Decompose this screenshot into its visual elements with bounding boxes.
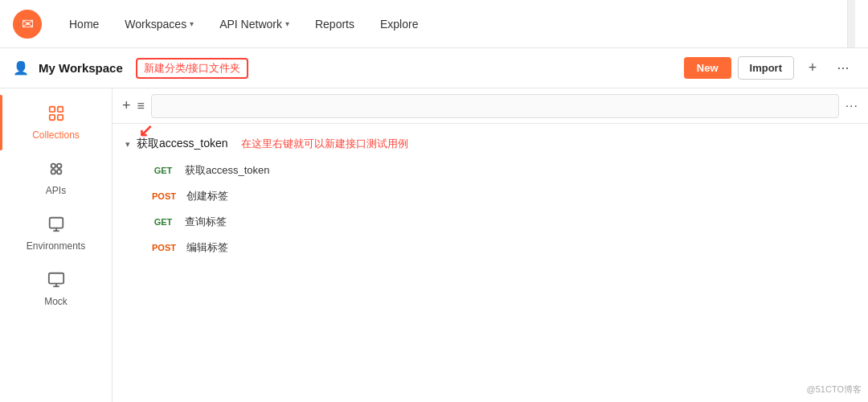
- sidebar-item-mock[interactable]: Mock: [0, 261, 112, 317]
- scrollbar: [847, 0, 855, 47]
- api-item-post-tag[interactable]: POST 创建标签: [119, 183, 862, 209]
- annotation-right-click: 在这里右键就可以新建接口测试用例: [241, 137, 408, 151]
- expand-chevron-icon: ▾: [125, 139, 130, 150]
- active-indicator: [0, 95, 2, 150]
- workspaces-chevron-icon: ▾: [190, 19, 194, 28]
- svg-rect-3: [57, 115, 62, 120]
- sidebar-item-collections[interactable]: Collections: [0, 95, 112, 150]
- api-item-name: 获取access_token: [185, 163, 270, 178]
- watermark: @51CTO博客: [807, 384, 862, 396]
- method-get-badge: GET: [148, 165, 178, 176]
- collections-list: ▾ 获取access_token 在这里右键就可以新建接口测试用例 GET 获取…: [113, 124, 868, 402]
- content-area: + ≡ ··· ▾ 获取access_token 在这里右键就可以新建接口测试用…: [113, 88, 868, 402]
- method-post-badge: POST: [148, 191, 180, 202]
- sidebar: Collections APIs: [0, 88, 113, 402]
- filter-icon[interactable]: ≡: [137, 99, 145, 113]
- svg-rect-8: [49, 218, 63, 228]
- svg-rect-11: [48, 273, 63, 284]
- svg-rect-0: [49, 107, 54, 112]
- sidebar-mock-wrapper: Mock: [0, 261, 112, 317]
- nav-home[interactable]: Home: [58, 11, 110, 37]
- mock-icon: [47, 271, 65, 293]
- nav-api-network-label: API Network: [219, 18, 282, 31]
- plus-icon: +: [809, 59, 817, 76]
- collections-label: Collections: [32, 129, 80, 141]
- collection-name: 获取access_token: [137, 137, 228, 151]
- sidebar-environments-wrapper: Environments: [0, 206, 112, 261]
- nav-home-label: Home: [69, 18, 99, 31]
- api-network-chevron-icon: ▾: [285, 19, 289, 28]
- workspace-bar: 👤 My Workspace 新建分类/接口文件夹 New Import + ·…: [0, 48, 868, 88]
- collections-toolbar: + ≡ ···: [113, 88, 868, 124]
- add-collection-icon[interactable]: +: [122, 97, 131, 114]
- apis-icon: [47, 160, 65, 182]
- api-item-name: 查询标签: [185, 215, 227, 229]
- svg-rect-1: [57, 107, 62, 112]
- mock-label: Mock: [44, 296, 68, 307]
- workspace-title: My Workspace: [39, 61, 123, 75]
- workspace-person-icon: 👤: [13, 60, 29, 76]
- nav-reports[interactable]: Reports: [304, 11, 366, 37]
- more-dots-icon: ···: [837, 59, 849, 76]
- api-item-post-edit-tag[interactable]: POST 编辑标签: [119, 235, 862, 260]
- collection-header[interactable]: ▾ 获取access_token 在这里右键就可以新建接口测试用例: [119, 130, 862, 158]
- sidebar-item-apis[interactable]: APIs: [0, 150, 112, 206]
- more-options-button[interactable]: ···: [831, 56, 855, 80]
- api-item-name: 创建标签: [186, 189, 228, 203]
- sidebar-apis-wrapper: APIs: [0, 150, 112, 206]
- postman-logo-icon: ✉: [22, 15, 34, 33]
- sidebar-collections-wrapper: Collections: [0, 95, 112, 150]
- environments-icon: [47, 215, 65, 237]
- import-button[interactable]: Import: [738, 56, 794, 80]
- top-navigation: ✉ Home Workspaces ▾ API Network ▾ Report…: [0, 0, 868, 48]
- collection-group: ▾ 获取access_token 在这里右键就可以新建接口测试用例 GET 获取…: [113, 130, 868, 260]
- collections-more-icon[interactable]: ···: [845, 99, 858, 113]
- nav-reports-label: Reports: [315, 18, 354, 31]
- nav-api-network[interactable]: API Network ▾: [208, 11, 301, 37]
- annotation-new-folder: 新建分类/接口文件夹: [136, 58, 249, 79]
- svg-point-4: [51, 164, 55, 169]
- api-item-get-tags[interactable]: GET 查询标签: [119, 209, 862, 235]
- nav-workspaces[interactable]: Workspaces ▾: [113, 11, 205, 37]
- nav-workspaces-label: Workspaces: [125, 18, 186, 31]
- collections-icon: [47, 105, 65, 126]
- svg-point-6: [51, 170, 55, 174]
- method-get-badge: GET: [148, 216, 178, 228]
- environments-label: Environments: [27, 240, 85, 252]
- svg-point-5: [56, 164, 61, 169]
- add-icon-button[interactable]: +: [800, 56, 825, 80]
- nav-explore-label: Explore: [380, 18, 418, 31]
- apis-label: APIs: [46, 185, 66, 196]
- new-button[interactable]: New: [684, 57, 731, 79]
- api-item-name: 编辑标签: [186, 240, 228, 255]
- api-item-get-token[interactable]: GET 获取access_token: [119, 158, 862, 183]
- collections-search-input[interactable]: [151, 94, 839, 118]
- main-layout: Collections APIs: [0, 88, 868, 402]
- svg-point-7: [56, 170, 61, 174]
- logo[interactable]: ✉: [13, 10, 42, 39]
- sidebar-item-environments[interactable]: Environments: [0, 206, 112, 261]
- method-post-badge: POST: [148, 242, 180, 253]
- nav-explore[interactable]: Explore: [369, 11, 429, 37]
- svg-rect-2: [49, 115, 54, 120]
